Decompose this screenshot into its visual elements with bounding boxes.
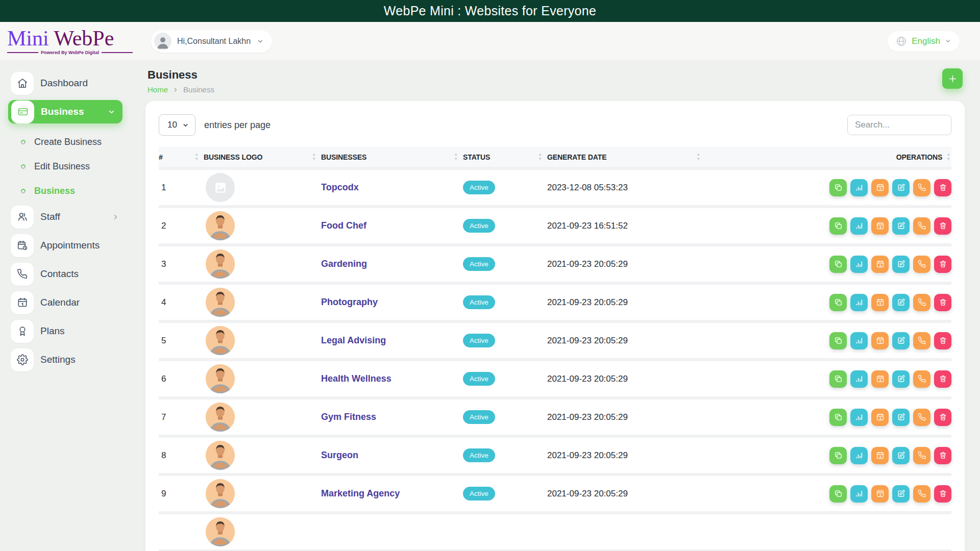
appointments-button[interactable] — [871, 332, 889, 349]
delete-button[interactable] — [934, 179, 951, 196]
sidebar-item-appointments[interactable]: Appointments — [11, 234, 122, 257]
duplicate-button[interactable] — [829, 370, 847, 388]
analytics-button[interactable] — [850, 294, 868, 311]
business-name-link[interactable]: Legal Advising — [321, 335, 386, 345]
edit-button[interactable] — [892, 217, 910, 235]
duplicate-button[interactable] — [829, 217, 847, 235]
entries-per-page-select[interactable]: 10 — [159, 114, 195, 136]
business-name-link[interactable]: Food Chef — [321, 220, 366, 231]
delete-button[interactable] — [934, 217, 951, 235]
sidebar-item-staff[interactable]: Staff — [11, 205, 122, 229]
sidebar-item-dashboard[interactable]: Dashboard — [11, 71, 122, 95]
edit-button[interactable] — [892, 179, 910, 196]
contact-button[interactable] — [913, 370, 930, 388]
contact-button[interactable] — [913, 332, 930, 349]
table-header-operations[interactable]: OPERATIONS ▲▼ — [813, 147, 951, 168]
sidebar-item-calendar[interactable]: Calendar — [11, 291, 122, 314]
row-operations — [813, 409, 951, 426]
appointments-button[interactable] — [871, 447, 889, 464]
table-row: 2 Food Chef Active 2021-09-23 16:51:52 — [159, 207, 951, 245]
delete-button[interactable] — [934, 256, 951, 273]
edit-button[interactable] — [892, 370, 910, 388]
copy-icon — [834, 260, 843, 268]
delete-button[interactable] — [934, 409, 951, 426]
appointments-button[interactable] — [871, 256, 889, 273]
table-header-businesses[interactable]: BUSINESSES ▲▼ — [321, 147, 463, 168]
analytics-button[interactable] — [850, 179, 868, 196]
appointments-button[interactable] — [871, 179, 889, 196]
delete-button[interactable] — [934, 485, 951, 503]
language-selector[interactable]: English — [888, 31, 960, 52]
sidebar-subitem-label: Business — [34, 186, 75, 196]
calendar-icon — [876, 221, 885, 230]
business-name-link[interactable]: Marketing Agency — [321, 488, 400, 498]
analytics-button[interactable] — [850, 256, 868, 273]
duplicate-button[interactable] — [829, 447, 847, 464]
appointments-button[interactable] — [871, 294, 889, 311]
business-name-link[interactable]: Photography — [321, 297, 378, 307]
delete-button[interactable] — [934, 294, 951, 311]
duplicate-button[interactable] — [829, 485, 847, 503]
business-logo-photo — [206, 517, 235, 546]
sidebar-item-label: Settings — [40, 354, 76, 365]
search-input[interactable] — [847, 115, 951, 135]
business-name-link[interactable]: Gym Fitness — [321, 412, 376, 422]
analytics-button[interactable] — [850, 332, 868, 349]
page-title: Business — [148, 68, 214, 82]
appointments-button[interactable] — [871, 217, 889, 235]
breadcrumb-home-link[interactable]: Home — [148, 85, 168, 94]
analytics-button[interactable] — [850, 217, 868, 235]
sidebar-item-business[interactable]: Business — [8, 100, 122, 123]
contact-button[interactable] — [913, 485, 930, 503]
delete-button[interactable] — [934, 447, 951, 464]
table-header-business-logo[interactable]: BUSINESS LOGO ▲▼ — [204, 147, 321, 168]
business-name-link[interactable]: Gardening — [321, 259, 367, 269]
bar-chart-icon — [855, 221, 864, 230]
sidebar-item-contacts[interactable]: Contacts — [11, 262, 122, 286]
sidebar-subitem-business-list[interactable]: Business — [0, 179, 133, 203]
contact-button[interactable] — [913, 447, 930, 464]
analytics-button[interactable] — [850, 370, 868, 388]
analytics-button[interactable] — [850, 447, 868, 464]
table-header--[interactable]: # ▲▼ — [159, 147, 204, 168]
edit-button[interactable] — [892, 332, 910, 349]
analytics-button[interactable] — [850, 409, 868, 426]
generate-date: 2021-09-23 20:05:29 — [547, 283, 705, 321]
edit-button[interactable] — [892, 485, 910, 503]
edit-button[interactable] — [892, 256, 910, 273]
user-menu-button[interactable]: Hi,Consultant Lakhn — [151, 30, 272, 53]
edit-button[interactable] — [892, 447, 910, 464]
business-name-link[interactable]: Health Wellness — [321, 373, 391, 384]
contact-button[interactable] — [913, 409, 930, 426]
business-name-link[interactable]: Surgeon — [321, 450, 358, 460]
sidebar-item-plans[interactable]: Plans — [11, 319, 122, 343]
appointments-button[interactable] — [871, 409, 889, 426]
duplicate-button[interactable] — [829, 294, 847, 311]
appointments-button[interactable] — [871, 370, 889, 388]
analytics-button[interactable] — [850, 485, 868, 503]
duplicate-button[interactable] — [829, 256, 847, 273]
sidebar-item-settings[interactable]: Settings — [11, 348, 122, 371]
sidebar-subitem-create-business[interactable]: Create Business — [0, 130, 133, 154]
delete-button[interactable] — [934, 370, 951, 388]
delete-button[interactable] — [934, 332, 951, 349]
table-header-generate-date[interactable]: GENERATE DATE ▲▼ — [547, 147, 705, 168]
appointments-button[interactable] — [871, 485, 889, 503]
table-header-status[interactable]: STATUS ▲▼ — [463, 147, 547, 168]
contact-button[interactable] — [913, 217, 930, 235]
edit-button[interactable] — [892, 409, 910, 426]
add-business-button[interactable] — [942, 68, 963, 89]
contact-button[interactable] — [913, 179, 930, 196]
table-row: 6 Health Wellness Active 2021-09-23 20:0… — [159, 360, 951, 398]
duplicate-button[interactable] — [829, 409, 847, 426]
duplicate-button[interactable] — [829, 332, 847, 349]
sidebar-subitem-edit-business[interactable]: Edit Business — [0, 154, 133, 179]
gear-icon — [11, 348, 34, 371]
trash-icon — [939, 221, 947, 230]
status-badge: Active — [463, 219, 495, 233]
edit-button[interactable] — [892, 294, 910, 311]
contact-button[interactable] — [913, 256, 930, 273]
duplicate-button[interactable] — [829, 179, 847, 196]
contact-button[interactable] — [913, 294, 930, 311]
business-name-link[interactable]: Topcodx — [321, 182, 359, 192]
